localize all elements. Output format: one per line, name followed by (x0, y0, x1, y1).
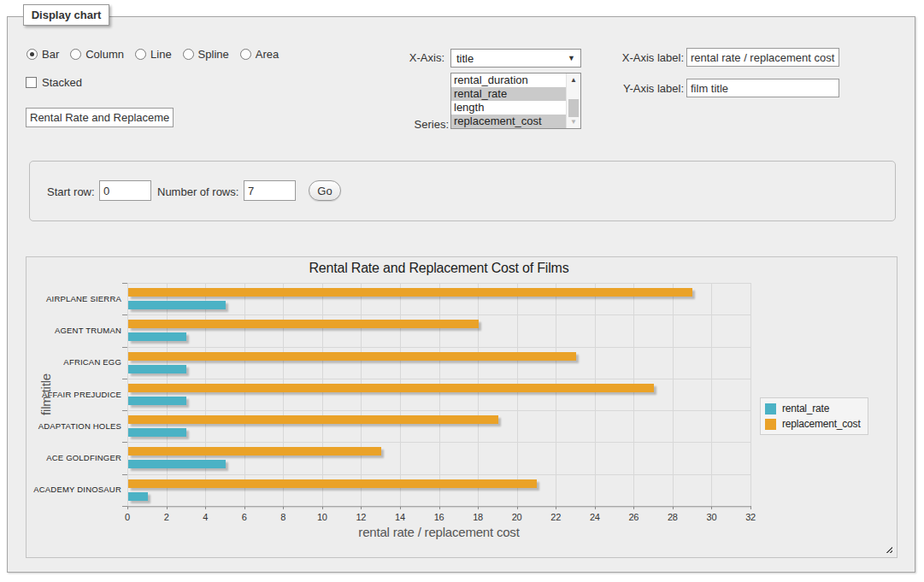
x-tick-label: 16 (422, 512, 456, 522)
chart-gridline (673, 283, 674, 506)
category-label: ACE GOLDFINGER (32, 453, 121, 462)
scrollbar-thumb[interactable] (568, 99, 579, 117)
chart-gridline (283, 283, 284, 506)
x-tick-label: 30 (694, 512, 728, 522)
bar-rental_rate (128, 332, 186, 341)
display-chart-page: Display chart BarColumnLineSplineArea St… (0, 0, 924, 582)
chart-type-option-bar: Bar (26, 48, 59, 61)
chart-gridline (556, 283, 556, 506)
series-option-rental_rate[interactable]: rental_rate (451, 87, 566, 101)
bar-rental_rate (128, 428, 186, 437)
radio-line[interactable] (135, 49, 146, 60)
x-axis-selected-value: title (456, 52, 474, 65)
radio-column[interactable] (70, 49, 81, 60)
x-tick-label: 24 (578, 512, 612, 522)
series-listbox[interactable]: rental_durationrental_ratelengthreplacem… (450, 73, 581, 129)
x-tick-label: 28 (656, 512, 690, 522)
start-row-input[interactable] (99, 180, 151, 201)
bar-replacement_cost (128, 479, 537, 488)
x-tick-label: 8 (266, 512, 300, 522)
series-option-length[interactable]: length (451, 101, 566, 115)
x-axis-label-input[interactable] (686, 48, 839, 67)
radio-label-spline: Spline (198, 48, 229, 61)
legend-item-rental_rate: rental_rate (765, 403, 861, 414)
chart-y-axis-title: film title (38, 361, 53, 429)
bar-rental_rate (128, 365, 186, 373)
chart-gridline (633, 283, 634, 506)
radio-spline[interactable] (183, 49, 194, 60)
chart-gridline (478, 283, 479, 506)
radio-bar[interactable] (26, 49, 38, 60)
chart-gridline (127, 506, 750, 507)
x-tick-label: 12 (344, 512, 378, 522)
chart-gridline (517, 283, 518, 506)
series-option-rental_duration[interactable]: rental_duration (451, 73, 566, 87)
x-tick-label: 4 (188, 512, 222, 522)
y-tick-mark (122, 347, 127, 348)
chart-gridline (127, 442, 750, 443)
panel-title: Display chart (23, 4, 109, 26)
stacked-label: Stacked (42, 76, 82, 89)
chart-gridline (750, 283, 751, 506)
bar-replacement_cost (128, 352, 576, 361)
chart-gridline (244, 283, 245, 506)
x-tick-label: 18 (461, 512, 495, 522)
y-tick-mark (122, 442, 127, 443)
chart-gridline (400, 283, 401, 506)
chart-gridline (127, 283, 750, 284)
chart-gridline (127, 315, 750, 315)
chart-gridline (167, 283, 168, 506)
chart-type-option-line: Line (135, 48, 172, 61)
bar-replacement_cost (128, 288, 692, 297)
series-options: rental_durationrental_ratelengthreplacem… (451, 73, 566, 128)
y-tick-mark (122, 283, 127, 284)
x-tick-label: 14 (383, 512, 417, 522)
chart-gridline (439, 283, 440, 506)
scroll-up-icon[interactable]: ▲ (567, 73, 580, 86)
start-row-label: Start row: (47, 185, 95, 198)
chart-gridline (711, 283, 712, 506)
resize-handle-icon[interactable] (884, 544, 892, 553)
bar-rental_rate (128, 492, 148, 501)
y-axis-label-caption: Y-Axis label: (598, 82, 684, 95)
legend-item-replacement_cost: replacement_cost (765, 418, 861, 430)
chart-gridline (127, 410, 750, 411)
series-option-replacement_cost[interactable]: replacement_cost (451, 115, 566, 128)
x-tick-label: 6 (227, 512, 262, 522)
x-tick-mark (750, 506, 751, 509)
number-of-rows-input[interactable] (244, 180, 296, 201)
bar-rental_rate (128, 397, 186, 405)
y-axis-label-input[interactable] (686, 79, 839, 97)
y-tick-mark (122, 379, 127, 379)
scroll-down-icon[interactable]: ▼ (567, 115, 580, 128)
radio-label-bar: Bar (42, 48, 59, 61)
series-scrollbar[interactable]: ▲ ▼ (566, 73, 580, 128)
chart-gridline (361, 283, 362, 506)
legend-swatch (765, 419, 776, 430)
go-button[interactable]: Go (309, 180, 341, 201)
y-tick-mark (122, 410, 127, 411)
number-of-rows-label: Number of rows: (157, 185, 238, 198)
radio-area[interactable] (240, 49, 251, 60)
x-tick-label: 32 (733, 512, 768, 522)
chart-title-input[interactable] (26, 108, 174, 127)
bar-rental_rate (128, 301, 226, 309)
stacked-checkbox[interactable] (26, 77, 37, 88)
chart-title: Rental Rate and Replacement Cost of Film… (127, 261, 750, 276)
chart-gridline (127, 283, 128, 506)
radio-label-area: Area (256, 48, 279, 61)
x-axis-select[interactable]: title ▼ (450, 49, 581, 68)
chart-gridline (205, 283, 206, 506)
chart-gridline (595, 283, 596, 506)
bar-replacement_cost (128, 384, 654, 392)
chart-container: Rental Rate and Replacement Cost of Film… (26, 256, 898, 558)
legend-label: rental_rate (782, 403, 829, 414)
legend-swatch (765, 403, 776, 414)
y-tick-mark (122, 506, 127, 507)
chart-gridline (127, 474, 750, 475)
bar-rental_rate (128, 460, 226, 468)
x-tick-label: 22 (539, 512, 573, 522)
chart-gridline (127, 379, 750, 379)
x-axis-label-caption: X-Axis label: (598, 51, 684, 64)
series-select-label: Series: (363, 118, 449, 131)
